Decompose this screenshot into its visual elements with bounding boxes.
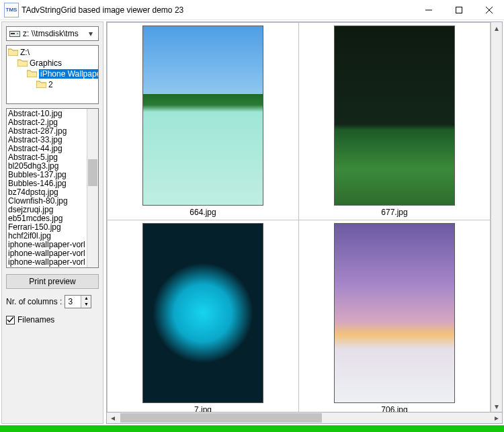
- folder-icon: [27, 69, 37, 79]
- title-bar: TMS TAdvStringGrid based image viewer de…: [0, 0, 504, 20]
- image-grid[interactable]: 664.jpg 677.jpg 7.jpg: [107, 22, 491, 412]
- thumbnail-image: [334, 26, 455, 206]
- file-list[interactable]: Abstract-10.jpgAbstract-2.jpgAbstract-28…: [6, 108, 99, 268]
- columns-spinner[interactable]: 3 ▲ ▼: [65, 295, 91, 308]
- drive-combo[interactable]: z: \\tmsdisk\tms ▾: [6, 26, 99, 41]
- folder-icon: [8, 48, 18, 58]
- thumbnail-image: [142, 26, 263, 206]
- file-item[interactable]: Ferrari-150.jpg: [8, 223, 85, 232]
- scroll-up-icon[interactable]: ▴: [491, 22, 502, 34]
- thumbnail-image: [334, 223, 455, 403]
- status-bar: [0, 425, 504, 432]
- window-title: TAdvStringGrid based image viewer demo 2…: [22, 5, 183, 15]
- file-list-scrollbar[interactable]: [87, 109, 98, 267]
- thumbnail-caption: 677.jpg: [300, 208, 489, 218]
- folder-tree[interactable]: Z:\GraphicsiPhone Wallpapers2: [6, 45, 99, 104]
- file-item[interactable]: Abstract-287.jpg: [8, 127, 85, 136]
- tree-item-label: Z:\: [20, 48, 30, 57]
- tree-item[interactable]: iPhone Wallpapers: [8, 69, 97, 79]
- drive-icon: [9, 30, 20, 38]
- tree-item[interactable]: Graphics: [8, 58, 97, 69]
- grid-cell[interactable]: 664.jpg: [108, 23, 299, 220]
- file-item[interactable]: hchf2if0l.jpg: [8, 232, 85, 241]
- columns-label: Nr. of columns :: [6, 297, 62, 306]
- filenames-label: Filenames: [17, 315, 54, 325]
- filenames-checkbox[interactable]: [6, 316, 15, 325]
- columns-value: 3: [65, 297, 81, 306]
- right-panel: 664.jpg 677.jpg 7.jpg: [106, 21, 503, 424]
- svg-rect-1: [456, 7, 462, 13]
- tree-item[interactable]: Z:\: [8, 47, 97, 58]
- thumbnail-image: [142, 223, 263, 403]
- app-icon: TMS: [4, 3, 19, 17]
- file-item[interactable]: Abstract-33.jpg: [8, 136, 85, 144]
- svg-rect-5: [11, 33, 15, 34]
- grid-cell[interactable]: 706.jpg: [299, 220, 491, 413]
- print-preview-button[interactable]: Print preview: [6, 274, 99, 289]
- left-panel: z: \\tmsdisk\tms ▾ Z:\GraphicsiPhone Wal…: [1, 21, 103, 424]
- file-item[interactable]: iphone-wallpaper-vorlage: [8, 249, 85, 258]
- drive-value: z: \\tmsdisk\tms: [23, 29, 83, 38]
- grid-cell[interactable]: 7.jpg: [108, 220, 299, 413]
- grid-horizontal-scrollbar[interactable]: ◂ ▸: [106, 413, 503, 424]
- file-item[interactable]: Abstract-44.jpg: [8, 144, 85, 153]
- scroll-right-icon[interactable]: ▸: [491, 413, 502, 423]
- file-item[interactable]: Abstract-5.jpg: [8, 153, 85, 162]
- thumbnail-caption: 664.jpg: [109, 208, 297, 218]
- folder-icon: [36, 80, 46, 90]
- file-item[interactable]: Bubbles-137.jpg: [8, 171, 85, 179]
- file-item[interactable]: Abstract-10.jpg: [8, 110, 85, 118]
- file-item[interactable]: Bubbles-146.jpg: [8, 179, 85, 188]
- file-item[interactable]: Clownfish-80.jpg: [8, 197, 85, 206]
- file-item[interactable]: iphone-wallpaper-vorlage: [8, 241, 85, 249]
- maximize-button[interactable]: [444, 0, 474, 19]
- grid-cell[interactable]: 677.jpg: [299, 23, 491, 220]
- svg-point-6: [17, 33, 18, 34]
- close-button[interactable]: [474, 0, 504, 19]
- spinner-up-icon[interactable]: ▲: [81, 296, 91, 302]
- thumbnail-caption: 7.jpg: [109, 405, 297, 412]
- minimize-button[interactable]: [413, 0, 444, 19]
- file-item[interactable]: eb51mcdes.jpg: [8, 214, 85, 223]
- print-preview-label: Print preview: [29, 277, 75, 286]
- tree-item-label: Graphics: [30, 58, 62, 68]
- tree-item-label: 2: [48, 80, 53, 89]
- grid-vertical-scrollbar[interactable]: ▴ ▾: [491, 22, 502, 412]
- folder-icon: [17, 58, 28, 69]
- chevron-down-icon: ▾: [86, 29, 95, 38]
- file-item[interactable]: dsejzruqi.jpg: [8, 206, 85, 214]
- file-item[interactable]: bz74dpstq.jpg: [8, 188, 85, 197]
- file-item[interactable]: Abstract-2.jpg: [8, 118, 85, 127]
- thumbnail-caption: 706.jpg: [300, 405, 489, 412]
- scroll-down-icon[interactable]: ▾: [491, 400, 502, 412]
- file-item[interactable]: bl205dhg3.jpg: [8, 162, 85, 171]
- spinner-down-icon[interactable]: ▼: [81, 302, 91, 308]
- scroll-left-icon[interactable]: ◂: [107, 413, 118, 423]
- tree-item-label: iPhone Wallpapers: [39, 69, 99, 79]
- tree-item[interactable]: 2: [8, 79, 97, 90]
- file-item[interactable]: iphone-wallpaper-vorlage: [8, 258, 85, 267]
